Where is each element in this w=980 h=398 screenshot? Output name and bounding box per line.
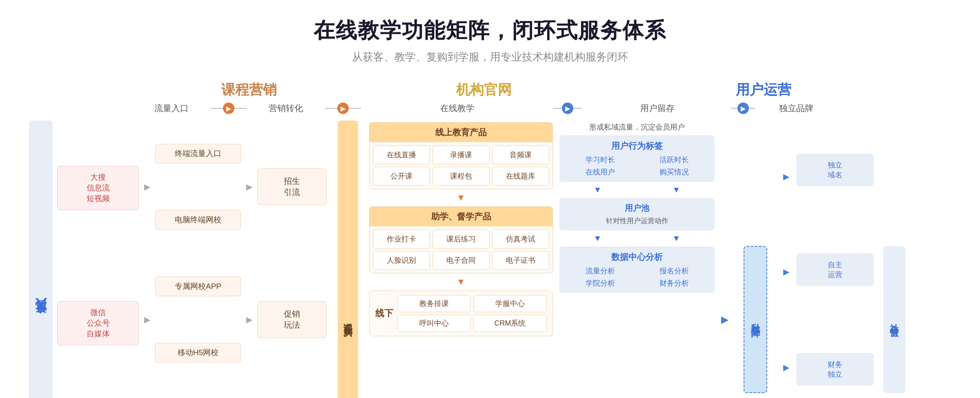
user-pool-action: 针对性用户运营动作 (564, 216, 710, 226)
data-item-3: 学院分析 (564, 278, 636, 288)
private-domain-box: 私域矩阵 (744, 246, 767, 393)
assist-product-5: 电子合同 (432, 251, 490, 270)
down-arr-4: ▼ (638, 234, 715, 243)
flow-label-online: 在线教学 (363, 103, 551, 114)
private-domain-col: 私域矩阵 (735, 121, 776, 398)
user-retention-section: 形成私域流量，沉淀会员用户 用户行为标签 学习时长 活跃时长 在线用户 购买情况… (559, 121, 715, 398)
flow-label-marketing: 营销转化 (249, 103, 323, 114)
arrow-to-private: ▶ (715, 121, 735, 398)
assist-product-6: 电子证书 (492, 251, 549, 270)
tag-item-4: 购买情况 (638, 167, 710, 177)
data-center-box: 数据中心分析 流量分析 报名分析 学院分析 财务分析 (559, 246, 715, 293)
page-wrapper: 在线教学功能矩阵，闭环式服务体系 从获客、教学、复购到学服，用专业技术构建机构服… (0, 0, 980, 398)
conversion-items: 招生 引流 促销 玩法 推广 营销 (257, 121, 327, 398)
assist-product-4: 人脸识别 (373, 251, 430, 270)
down-arrow-1: ▼ (369, 192, 553, 203)
retention-arrows-2: ▼ ▼ (559, 234, 715, 243)
online-product-3: 音频课 (492, 145, 549, 164)
tag-item-2: 活跃时长 (638, 155, 710, 165)
marketing-item-3: 专属网校APP (155, 277, 241, 296)
left-label: 流量入口 (24, 121, 57, 398)
behavior-tags-box: 用户行为标签 学习时长 活跃时长 在线用户 购买情况 (559, 135, 715, 182)
traffic-item-2: 微信 公众号 自媒体 (57, 301, 139, 345)
user-pool-header: 用户池 (564, 203, 710, 214)
offline-block: 线下 教务排课 学服中心 呼叫中心 CRM系统 (369, 291, 553, 336)
traffic-sources: 大搜 信息流 短视频 微信 公众号 自媒体 第三方 平台 (57, 121, 139, 398)
independent-item-3: 财务 独立 (796, 353, 874, 386)
section-header-official: 机构官网 (456, 82, 512, 97)
social-value-box: 社会价值 (883, 246, 905, 393)
arrow-3: ▶ (551, 103, 584, 114)
data-item-4: 财务分析 (638, 278, 710, 288)
tag-item-3: 在线用户 (564, 167, 636, 177)
online-products-block: 线上教育产品 在线直播 录播课 音频课 公开课 课程包 在线题库 (369, 122, 553, 189)
offline-item-2: 学服中心 (473, 295, 547, 312)
arrow-1: ▶ (208, 103, 249, 114)
assist-products-block: 助学、督学产品 作业打卡 课后练习 仿真考试 人脸识别 电子合同 电子证书 (369, 206, 553, 273)
traffic-item-1: 大搜 信息流 短视频 (57, 166, 139, 210)
offline-item-4: CRM系统 (473, 315, 547, 332)
data-item-2: 报名分析 (638, 266, 710, 276)
course-buy-box: 课程购买 (338, 121, 358, 398)
page-subtitle: 从获客、教学、复购到学服，用专业技术构建机构服务闭环 (24, 50, 956, 64)
assist-product-2: 课后练习 (432, 230, 490, 248)
data-item-1: 流量分析 (564, 266, 636, 276)
independent-items: 独立 域名 自主 运营 财务 独立 多终端 支持 (796, 121, 874, 398)
arrow-2: ▶ (323, 103, 363, 114)
connectors-1: ▶ ▶ ▶ (139, 121, 155, 398)
online-product-6: 在线题库 (492, 167, 549, 186)
online-teaching-section: 线上教育产品 在线直播 录播课 音频课 公开课 课程包 在线题库 ▼ 助学、督学… (369, 121, 553, 398)
marketing-item-4: 移动H5网校 (155, 343, 241, 362)
retention-arrows: ▼ ▼ (559, 185, 715, 195)
independent-item-1: 独立 域名 (796, 154, 874, 186)
down-arrow-2: ▼ (369, 277, 553, 287)
flow-label-traffic: 流量入口 (135, 103, 208, 114)
section-header-operations: 用户运营 (736, 82, 791, 97)
retention-top-text: 形成私域流量，沉淀会员用户 (559, 122, 715, 132)
marketing-item-1: 终端流量入口 (155, 144, 241, 163)
online-product-1: 在线直播 (373, 145, 430, 164)
arrow-4: ▶ (731, 103, 755, 114)
left-label-text: 流量入口 (29, 121, 53, 398)
user-pool-box: 用户池 针对性用户运营动作 (559, 198, 715, 230)
connectors-2: ▶ ▶ ▶ (241, 121, 257, 398)
arrows-to-independent: ▶ ▶ ▶ ▶ (776, 121, 796, 398)
independent-item-2: 自主 运营 (796, 253, 874, 286)
assist-products-header: 助学、督学产品 (370, 207, 552, 226)
social-value-col: 社会价值 (878, 121, 911, 398)
online-product-2: 录播课 (432, 145, 490, 164)
offline-item-1: 教务排课 (397, 295, 471, 312)
down-arr-2: ▼ (638, 185, 715, 195)
online-product-4: 公开课 (373, 167, 430, 186)
flow-label-brand: 独立品牌 (755, 103, 837, 114)
marketing-items: 终端流量入口 电脑终端网校 专属网校APP 移动H5网校 微信小程序 钉钉/企业… (155, 121, 241, 398)
header: 在线教学功能矩阵，闭环式服务体系 从获客、教学、复购到学服，用专业技术构建机构服… (24, 16, 956, 64)
section-header-marketing: 课程营销 (221, 82, 277, 97)
data-center-header: 数据中心分析 (564, 251, 710, 263)
offline-label: 线下 (375, 307, 393, 320)
offline-item-3: 呼叫中心 (397, 315, 471, 332)
online-products-header: 线上教育产品 (370, 123, 552, 142)
page-title: 在线教学功能矩阵，闭环式服务体系 (24, 16, 956, 45)
marketing-item-2: 电脑终端网校 (155, 210, 241, 230)
conversion-item-1: 招生 引流 (257, 168, 327, 205)
online-product-5: 课程包 (432, 167, 490, 186)
conversion-item-2: 促销 玩法 (257, 301, 327, 338)
assist-product-1: 作业打卡 (373, 230, 430, 248)
down-arr-3: ▼ (559, 234, 636, 243)
course-buy-col: 课程购买 (332, 121, 364, 398)
down-arr-1: ▼ (559, 185, 636, 195)
behavior-tags-header: 用户行为标签 (564, 140, 710, 152)
flow-label-retention: 用户留存 (584, 103, 731, 114)
tag-item-1: 学习时长 (564, 155, 636, 165)
assist-product-3: 仿真考试 (492, 230, 549, 248)
